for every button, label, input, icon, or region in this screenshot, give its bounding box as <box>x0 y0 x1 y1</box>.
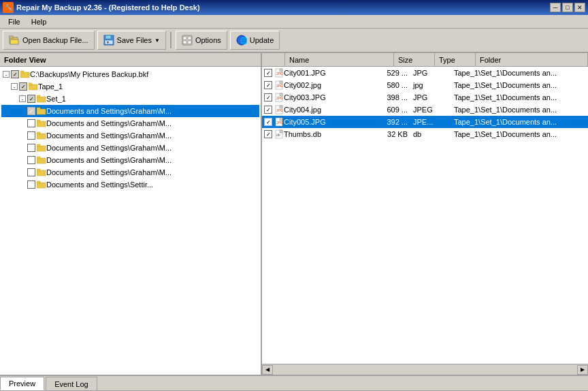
tree-item[interactable]: - C:\Backups\My Pictures Backup.bkf <box>1 68 259 80</box>
tree-item[interactable]: - Tape_1 <box>1 80 259 93</box>
folder-icon <box>37 131 46 140</box>
menu-help[interactable]: Help <box>26 16 52 27</box>
update-icon: 🌐 <box>236 35 247 46</box>
toolbar: Open Backup File... ▼ Save Files ▼ Optio… <box>0 29 588 53</box>
tree-checkbox[interactable] <box>27 119 35 127</box>
folder-icon <box>37 181 46 189</box>
update-button[interactable]: 🌐 Update <box>230 31 280 50</box>
svg-rect-25 <box>37 132 40 134</box>
file-row[interactable]: JPG City005.JPG 392 ... JPE... Tape_1\Se… <box>262 116 588 128</box>
svg-text:🌐: 🌐 <box>240 36 247 45</box>
menu-file[interactable]: File <box>3 16 26 27</box>
tree-item[interactable]: Documents and Settings\Graham\M... <box>1 129 259 142</box>
svg-rect-31 <box>37 169 40 171</box>
svg-rect-2 <box>10 40 18 44</box>
file-checkbox[interactable] <box>262 67 274 79</box>
drive-icon <box>20 70 30 78</box>
options-icon <box>182 35 193 46</box>
open-icon <box>9 35 20 46</box>
svg-rect-29 <box>37 157 40 159</box>
file-row[interactable]: db Thumbs.db 32 KB db Tape_1\Set_1\Docum… <box>262 128 588 140</box>
file-checkbox[interactable] <box>262 116 274 128</box>
svg-rect-1 <box>10 36 13 38</box>
h-scrollbar[interactable]: ◀ ▶ <box>262 364 588 375</box>
file-checkbox[interactable] <box>262 104 274 116</box>
tree-expand-icon[interactable]: - <box>3 71 10 78</box>
tree-checkbox[interactable] <box>19 82 27 91</box>
bottom-area: Preview Event Log Property Value Type JP… <box>0 375 588 391</box>
svg-rect-11 <box>188 41 191 44</box>
file-list-panel: Name Size Type Folder JPG City001.JPG 52… <box>262 53 588 375</box>
tab-preview[interactable]: Preview <box>0 377 44 390</box>
file-list[interactable]: JPG City001.JPG 529 ... JPG Tape_1\Set_1… <box>262 67 588 364</box>
svg-rect-17 <box>29 83 32 85</box>
app-icon: 🔧 <box>3 2 14 13</box>
svg-text:JPG: JPG <box>276 108 283 112</box>
file-icon: JPG <box>274 93 284 102</box>
svg-rect-23 <box>37 120 40 122</box>
save-files-button[interactable]: ▼ Save Files ▼ <box>97 31 166 50</box>
tree-expand-icon[interactable]: - <box>19 95 26 102</box>
svg-text:db: db <box>276 133 280 137</box>
folder-view-panel: Folder View - C:\Backups\My Pictures Bac… <box>0 53 262 375</box>
tree-expand-icon[interactable]: - <box>11 83 18 90</box>
folder-icon <box>29 82 38 91</box>
file-icon: JPG <box>274 68 284 78</box>
col-header-size[interactable]: Size <box>394 53 435 66</box>
file-checkbox[interactable] <box>262 91 274 104</box>
folder-icon <box>37 95 46 103</box>
file-row[interactable]: JPG City004.jpg 609 ... JPEG Tape_1\Set_… <box>262 104 588 116</box>
main-area: Folder View - C:\Backups\My Pictures Bac… <box>0 53 588 375</box>
file-row[interactable]: JPG City003.JPG 398 ... JPG Tape_1\Set_1… <box>262 91 588 104</box>
open-backup-button[interactable]: Open Backup File... <box>3 31 95 50</box>
file-checkbox[interactable] <box>262 128 274 140</box>
close-button[interactable]: ✕ <box>574 3 585 12</box>
options-button[interactable]: Options <box>176 31 227 50</box>
maximize-button[interactable]: □ <box>562 3 573 12</box>
col-header-type[interactable]: Type <box>435 53 476 66</box>
folder-icon <box>37 119 46 127</box>
title-bar: 🔧 Repair My Backup v2.36 - (Registered t… <box>0 0 588 15</box>
file-row[interactable]: JPG City002.jpg 580 ... jpg Tape_1\Set_1… <box>262 79 588 91</box>
tree-checkbox[interactable] <box>27 181 35 189</box>
svg-rect-19 <box>37 95 40 97</box>
tree-item[interactable]: Documents and Settings\Graham\M... <box>1 117 259 129</box>
folder-icon <box>37 107 46 115</box>
tree-item[interactable]: Documents and Settings\Graham\M... <box>1 154 259 166</box>
col-header-folder[interactable]: Folder <box>476 53 588 66</box>
folder-icon <box>37 144 46 152</box>
tree-checkbox[interactable] <box>27 156 35 164</box>
tree-checkbox[interactable] <box>11 70 19 78</box>
title-bar-text: Repair My Backup v2.36 - (Registered to … <box>16 3 550 12</box>
file-icon: JPG <box>274 117 284 127</box>
svg-rect-8 <box>183 37 186 40</box>
tree-checkbox[interactable] <box>27 144 35 152</box>
svg-rect-9 <box>188 37 191 40</box>
tree-checkbox[interactable] <box>27 168 35 176</box>
menu-bar: File Help <box>0 15 588 29</box>
col-header-name[interactable]: Name <box>285 53 394 66</box>
svg-rect-4 <box>105 35 111 39</box>
svg-rect-15 <box>20 71 24 73</box>
tree-checkbox[interactable] <box>27 107 35 115</box>
svg-text:JPG: JPG <box>276 121 283 125</box>
tree-item[interactable]: Documents and Settings\Graham\M... <box>1 105 259 117</box>
tree-item[interactable]: - Set_1 <box>1 93 259 105</box>
tree-item[interactable]: Documents and Settings\Graham\M... <box>1 166 259 178</box>
minimize-button[interactable]: ─ <box>550 3 561 12</box>
folder-icon <box>37 168 46 176</box>
folder-tree[interactable]: - C:\Backups\My Pictures Backup.bkf - Ta… <box>0 67 261 375</box>
file-checkbox[interactable] <box>262 79 274 91</box>
svg-rect-33 <box>37 181 40 183</box>
folder-icon <box>37 156 46 164</box>
tab-bar: Preview Event Log <box>0 376 588 391</box>
tree-item[interactable]: Documents and Settings\Settir... <box>1 178 259 191</box>
tab-event-log[interactable]: Event Log <box>46 377 97 390</box>
title-bar-buttons: ─ □ ✕ <box>550 3 585 12</box>
tree-checkbox[interactable] <box>27 95 35 103</box>
tree-checkbox[interactable] <box>27 131 35 140</box>
tree-item[interactable]: Documents and Settings\Graham\M... <box>1 142 259 154</box>
file-row[interactable]: JPG City001.JPG 529 ... JPG Tape_1\Set_1… <box>262 67 588 79</box>
svg-text:JPG: JPG <box>276 96 283 100</box>
svg-text:JPG: JPG <box>276 84 283 88</box>
